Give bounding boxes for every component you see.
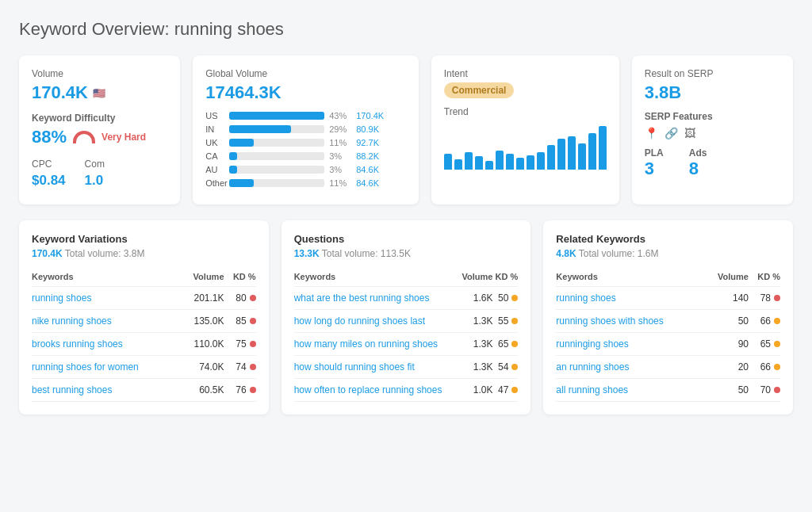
bar-fill	[229, 179, 254, 187]
kd-cell: 65	[492, 333, 518, 356]
kw-cell: running shoes with shoes	[556, 310, 705, 333]
rk-table: Keywords Volume KD % running shoes 140 7…	[556, 269, 780, 402]
bar-row: Other 11% 84.6K	[205, 178, 406, 188]
trend-bars	[444, 122, 607, 170]
kw-link[interactable]: an running shoes	[556, 361, 629, 373]
kw-link[interactable]: nike running shoes	[32, 315, 112, 327]
volume-cell: 20	[706, 356, 749, 379]
kw-link[interactable]: running shoes with shoes	[556, 315, 663, 327]
serp-features-label: SERP Features	[645, 111, 780, 122]
bar-fill	[229, 152, 237, 160]
trend-bar	[506, 154, 514, 170]
rk-col-volume: Volume	[706, 269, 749, 287]
bar-fill	[229, 125, 291, 133]
kd-value-row: 50	[492, 292, 518, 304]
bar-row: CA 3% 88.2K	[205, 151, 406, 161]
kw-cell: how should running shoes fit	[294, 356, 459, 379]
kw-link[interactable]: how often to replace running shoes	[294, 384, 442, 395]
bar-fill	[229, 139, 254, 147]
kw-cell: best running shoes	[32, 379, 181, 402]
kd-cell: 47	[492, 379, 518, 402]
volume-cell: 1.0K	[458, 379, 492, 402]
intent-card: Intent Commercial Trend	[431, 55, 619, 204]
kd-value-row: 78	[749, 292, 780, 304]
volume-cell: 50	[706, 379, 749, 402]
kw-cell: how many miles on running shoes	[294, 333, 459, 356]
trend-bar	[599, 126, 607, 170]
cpc-com-row: CPC $0.84 Com 1.0	[32, 159, 167, 189]
bar-pct: 43%	[329, 111, 351, 120]
kw-link[interactable]: how should running shoes fit	[294, 361, 415, 373]
kw-link[interactable]: best running shoes	[32, 384, 112, 395]
q-total: Total volume: 113.5K	[322, 248, 411, 259]
bar-pct: 11%	[329, 138, 351, 147]
kd-value-row: 65	[492, 338, 518, 350]
kd-dot	[774, 295, 780, 301]
gv-value: 17464.3K	[205, 82, 406, 103]
serp-card: Result on SERP 3.8B SERP Features 📍 🔗 🖼 …	[632, 55, 793, 204]
trend-bar	[537, 152, 545, 170]
kw-link[interactable]: what are the best running shoes	[294, 292, 430, 304]
kv-meta: 170.4K Total volume: 3.8M	[32, 248, 256, 259]
volume-cell: 60.5K	[181, 379, 224, 402]
kw-link[interactable]: brooks running shoes	[32, 338, 123, 350]
q-col-volume: Volume	[458, 269, 492, 287]
kw-link[interactable]: running shoes	[32, 292, 91, 304]
trend-bar	[516, 158, 524, 170]
kd-number: 65	[498, 338, 508, 350]
kd-dot	[250, 318, 256, 324]
page-title: Keyword Overview: running shoes	[19, 19, 793, 40]
serp-feature-icons: 📍 🔗 🖼	[645, 127, 780, 139]
trend-bar	[568, 136, 576, 170]
cpc-value: $0.84	[32, 173, 66, 188]
pla-item: PLA 3	[645, 147, 664, 179]
kw-link[interactable]: runninging shoes	[556, 338, 628, 350]
kw-cell: running shoes	[556, 287, 705, 310]
serp-label: Result on SERP	[645, 68, 780, 79]
trend-bar	[444, 154, 452, 170]
bar-country: IN	[205, 124, 224, 134]
kd-number: 66	[760, 315, 771, 327]
rk-col-kd: KD %	[749, 269, 780, 287]
kv-title: Keyword Variations	[32, 233, 256, 245]
trend-bar	[547, 145, 555, 170]
global-volume-card: Global Volume 17464.3K US 43% 170.4K IN …	[193, 55, 419, 204]
kd-value-row: 85	[224, 315, 256, 327]
table-row: running shoes for women 74.0K 74	[32, 356, 256, 379]
rk-total: Total volume: 1.6M	[579, 248, 659, 259]
kd-value-row: 80	[224, 292, 256, 304]
volume-cell: 201.1K	[181, 287, 224, 310]
kw-link[interactable]: how long do running shoes last	[294, 315, 425, 327]
table-row: how should running shoes fit 1.3K 54	[294, 356, 519, 379]
bar-country: AU	[205, 165, 224, 174]
bar-country: Other	[205, 178, 224, 188]
kw-link[interactable]: running shoes for women	[32, 361, 139, 373]
kd-value-row: 66	[749, 315, 780, 327]
kw-link[interactable]: running shoes	[556, 292, 615, 304]
intent-label: Intent	[444, 68, 607, 79]
kd-cell: 80	[224, 287, 256, 310]
kw-link[interactable]: all running shoes	[556, 384, 628, 395]
kd-cell: 76	[224, 379, 256, 402]
title-keyword: running shoes	[174, 19, 284, 39]
kd-number: 74	[236, 361, 246, 373]
bar-num: 92.7K	[356, 138, 389, 147]
table-row: all running shoes 50 70	[556, 379, 780, 402]
volume-flag: 🇺🇸	[93, 87, 105, 99]
table-row: brooks running shoes 110.0K 75	[32, 333, 256, 356]
kd-section: Keyword Difficulty 88% Very Hard	[32, 113, 167, 147]
kw-link[interactable]: how many miles on running shoes	[294, 338, 438, 350]
kd-number: 76	[236, 384, 246, 395]
kd-number: 70	[760, 384, 771, 395]
trend-bar	[557, 139, 565, 170]
image-icon: 🖼	[684, 127, 695, 139]
bottom-cards: Keyword Variations 170.4K Total volume: …	[19, 220, 793, 415]
kd-dot	[250, 364, 256, 370]
volume-cell: 74.0K	[181, 356, 224, 379]
kw-cell: nike running shoes	[32, 310, 181, 333]
kd-dot	[774, 364, 780, 370]
table-row: nike running shoes 135.0K 85	[32, 310, 256, 333]
kd-value-row: 54	[492, 361, 518, 373]
table-row: running shoes 140 78	[556, 287, 780, 310]
bar-num: 80.9K	[356, 124, 389, 134]
